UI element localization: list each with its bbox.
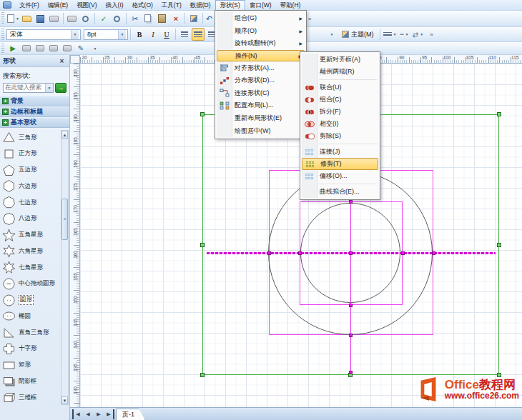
theme-dropdown-button[interactable]: ▼	[325, 28, 338, 41]
tab-page-1[interactable]: 页-1	[116, 409, 145, 420]
copy-button[interactable]	[142, 12, 155, 25]
menu-item-相交I[interactable]: 相交(I)	[302, 118, 378, 130]
menu-item-连接形状C[interactable]: 连接形状(C)	[217, 87, 305, 100]
shape-item-9[interactable]: 中心拖动圆形	[2, 276, 61, 291]
shapes-tool-button[interactable]	[34, 42, 46, 55]
menu-item-对齐形状A[interactable]: 对齐形状(A)...	[217, 61, 305, 74]
shape-item-15[interactable]: 阴影框	[2, 374, 61, 389]
pointer-tool-button[interactable]: ▶	[6, 42, 19, 55]
delete-button[interactable]: ×	[169, 12, 182, 25]
shape-item-13[interactable]: 十字形	[2, 341, 61, 356]
toolbar-grip[interactable]	[1, 44, 4, 54]
menubar-item-9[interactable]: 帮助(H)	[276, 0, 305, 11]
menubar-item-7[interactable]: 形状(S)	[215, 0, 245, 11]
save-button[interactable]	[34, 12, 47, 25]
menubar-item-2[interactable]: 视图(V)	[72, 0, 101, 11]
align-center-button[interactable]	[192, 28, 205, 41]
open-button[interactable]	[21, 12, 34, 25]
menu-item-绘图居中W[interactable]: 绘图居中(W)	[217, 124, 305, 137]
shape-vertex-handle[interactable]	[267, 251, 271, 255]
shape-item-6[interactable]: 五角星形	[2, 228, 61, 243]
shape-item-8[interactable]: 七角星形	[2, 260, 61, 275]
sidebar-section-1[interactable]: +边框和标题	[0, 106, 69, 117]
menu-item-修剪T[interactable]: 修剪(T)	[302, 158, 378, 170]
shape-item-2[interactable]: 五边形	[2, 163, 61, 178]
format-painter-button[interactable]	[187, 12, 200, 25]
menu-item-旋转或翻转R[interactable]: 旋转或翻转(R)▶	[217, 37, 305, 50]
mail-button[interactable]	[48, 12, 61, 25]
find-button[interactable]	[111, 12, 124, 25]
shape-vertex-handle[interactable]	[432, 251, 435, 255]
menu-item-组合C[interactable]: 组合(C)	[302, 94, 378, 106]
line-weight-button[interactable]: ▼	[383, 28, 398, 41]
underline-button[interactable]: U	[160, 28, 173, 41]
menubar-item-4[interactable]: 格式(O)	[128, 0, 157, 11]
chevron-down-icon[interactable]: ▼	[16, 16, 19, 21]
menu-item-连接J[interactable]: 连接(J)	[302, 146, 378, 158]
shape-vertex-handle[interactable]	[401, 251, 405, 255]
menubar-item-8[interactable]: 窗口(W)	[245, 0, 276, 11]
menubar-item-5[interactable]: 工具(T)	[157, 0, 186, 11]
menu-item-组合G[interactable]: 组合(G)▶	[217, 12, 305, 25]
shape-item-16[interactable]: 三维框	[2, 390, 61, 405]
menu-item-拆分F[interactable]: 拆分(F)	[302, 106, 378, 118]
theme-button[interactable]: 主题(M)	[338, 28, 378, 41]
shape-vertex-handle[interactable]	[349, 371, 353, 374]
menu-item-剪除S[interactable]: 剪除(S)	[302, 130, 378, 142]
menu-item-更新对齐框A[interactable]: 更新对齐框(A)	[302, 54, 378, 66]
scrollbar-thumb[interactable]	[61, 199, 68, 240]
menu-item-操作N[interactable]: 操作(N)▶	[217, 50, 305, 62]
menu-item-配置布局L[interactable]: 配置布局(L)...	[217, 99, 305, 112]
paste-button[interactable]	[156, 12, 169, 25]
shape-vertex-handle[interactable]	[349, 304, 353, 307]
shape-vertex-handle[interactable]	[349, 251, 353, 255]
menu-item-重新布局形状E[interactable]: 重新布局形状(E)	[217, 112, 305, 125]
sidebar-section-2[interactable]: +基本形状	[0, 117, 69, 128]
toolbar-grip[interactable]	[1, 29, 4, 40]
last-page-button[interactable]: ▶	[104, 409, 114, 419]
menu-item-顺序O[interactable]: 顺序(O)▶	[217, 25, 305, 38]
pencil-tool-button[interactable]: ✎	[74, 42, 87, 55]
menu-item-颠倒两端R[interactable]: 颠倒两端(R)	[302, 66, 378, 78]
toolbar-grip[interactable]	[1, 12, 4, 25]
next-page-button[interactable]: ▶	[94, 409, 104, 419]
menubar-item-3[interactable]: 插入(I)	[102, 0, 128, 11]
shape-item-7[interactable]: 六角星形	[2, 244, 61, 259]
menu-item-曲线拟合E[interactable]: 曲线拟合(E)...	[302, 186, 378, 198]
shape-vertex-handle[interactable]	[349, 200, 353, 204]
shape-item-3[interactable]: 六边形	[2, 179, 61, 194]
shape-item-0[interactable]: 三角形	[2, 130, 61, 145]
sidebar-section-0[interactable]: +背景	[0, 96, 69, 106]
toolbar-overflow-button[interactable]: ▼	[88, 42, 101, 55]
shape-item-1[interactable]: 正方形	[2, 146, 61, 161]
font-size-combo[interactable]: 8pt ▼	[84, 29, 128, 40]
menu-item-分布形状D[interactable]: 分布形状(D)...	[217, 74, 305, 87]
shape-item-4[interactable]: 七边形	[2, 195, 61, 210]
selection-handle[interactable]	[200, 112, 205, 116]
menu-item-联合U[interactable]: 联合(U)	[302, 81, 378, 94]
layers-tool-button[interactable]	[61, 42, 74, 55]
line-pattern-button[interactable]: ┅▼	[398, 28, 410, 41]
chevron-down-icon[interactable]: ▼	[118, 30, 126, 39]
toolbar-overflow-button[interactable]: »	[425, 28, 438, 41]
shape-item-5[interactable]: 八边形	[2, 211, 61, 226]
bold-button[interactable]: B	[133, 28, 146, 41]
menubar-item-0[interactable]: 文件(F)	[15, 0, 44, 11]
print-preview-button[interactable]	[79, 12, 92, 25]
first-page-button[interactable]: ◀	[72, 409, 82, 419]
selection-handle[interactable]	[200, 373, 205, 377]
align-left-button[interactable]	[178, 28, 191, 41]
chevron-down-icon[interactable]: ▼	[71, 30, 79, 39]
previous-page-button[interactable]: ◀	[83, 409, 93, 419]
print-button[interactable]	[66, 12, 79, 25]
menubar-item-6[interactable]: 数据(D)	[186, 0, 215, 11]
scroll-down-icon[interactable]: ▼	[61, 396, 68, 404]
new-document-button[interactable]: ▼	[6, 12, 20, 25]
italic-button[interactable]: I	[147, 28, 159, 41]
spelling-button[interactable]: ✓	[97, 12, 110, 25]
search-go-button[interactable]: →	[55, 83, 67, 93]
shape-item-12[interactable]: 直角三角形	[2, 325, 61, 340]
shape-list-scrollbar[interactable]: ▲ ▼	[61, 130, 69, 405]
shape-vertex-handle[interactable]	[298, 251, 302, 255]
scroll-up-icon[interactable]: ▲	[61, 131, 68, 139]
